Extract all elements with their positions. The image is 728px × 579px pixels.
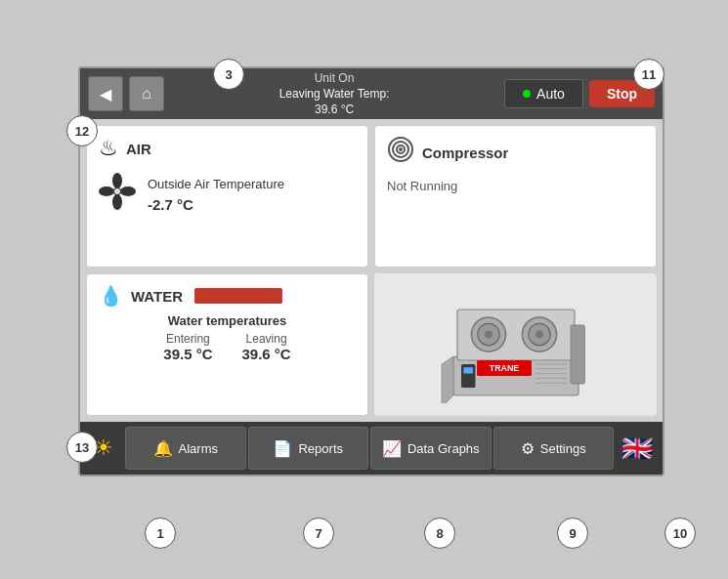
- callout-10: 10: [664, 517, 696, 549]
- content-area: ♨ AIR: [80, 119, 663, 422]
- leaving-value: 39.6 °C: [242, 346, 291, 362]
- status-dot: [523, 90, 531, 98]
- back-button[interactable]: ◀: [88, 76, 123, 111]
- top-bar: ◀ ⌂ Unit On Leaving Water Temp: 39.6 °C …: [80, 68, 663, 119]
- document-icon: 📄: [273, 439, 292, 458]
- auto-button[interactable]: Auto: [504, 79, 583, 108]
- leaving-temp-group: Leaving 39.6 °C: [242, 332, 291, 362]
- reports-tab[interactable]: 📄 Reports: [248, 427, 369, 470]
- app-wrapper: 1 3 7 8 9 10 11 12 13 ◀ ⌂ Unit On Leavin…: [0, 0, 728, 579]
- trane-unit-card: TRANE: [374, 273, 657, 416]
- alarms-tab[interactable]: 🔔 Alarms: [125, 427, 246, 470]
- outside-air-label: Outside Air Temperature: [148, 175, 284, 194]
- data-graphs-tab[interactable]: 📈 Data Graphs: [370, 427, 492, 470]
- callout-11: 11: [633, 59, 664, 90]
- entering-temp-group: Entering 39.5 °C: [163, 332, 212, 362]
- water-bar: [194, 288, 282, 304]
- callout-12: 12: [66, 115, 98, 146]
- outside-air-value: -2.7 °C: [148, 194, 284, 217]
- auto-label: Auto: [536, 86, 565, 102]
- compressor-card-title: Compressor: [422, 145, 508, 161]
- callout-13: 13: [66, 432, 98, 463]
- svg-text:TRANE: TRANE: [489, 363, 518, 373]
- settings-label: Settings: [540, 441, 586, 456]
- chart-icon: 📈: [382, 439, 402, 458]
- svg-point-15: [485, 331, 492, 339]
- air-card-body: Outside Air Temperature -2.7 °C: [99, 169, 356, 218]
- water-temps-label: Water temperatures: [99, 313, 356, 328]
- compressor-card-header: Compressor: [387, 136, 644, 169]
- air-temp-info: Outside Air Temperature -2.7 °C: [148, 175, 284, 216]
- svg-point-9: [399, 147, 403, 151]
- svg-point-18: [535, 331, 543, 339]
- svg-rect-22: [463, 367, 473, 373]
- compressor-icon: [387, 136, 414, 169]
- settings-tab[interactable]: ⚙ Settings: [493, 427, 615, 470]
- svg-point-5: [114, 188, 120, 194]
- gear-icon: ⚙: [521, 439, 535, 458]
- leaving-water-label: Leaving Water Temp:: [279, 87, 390, 101]
- callout-8: 8: [424, 517, 455, 549]
- callout-3: 3: [213, 59, 244, 90]
- trane-unit-svg: TRANE: [438, 286, 594, 403]
- reports-label: Reports: [298, 441, 343, 456]
- entering-label: Entering: [166, 332, 210, 346]
- air-card: ♨ AIR: [86, 125, 368, 268]
- leaving-label: Leaving: [246, 332, 287, 346]
- unit-status: Unit On: [315, 71, 355, 85]
- compressor-card: Compressor Not Running: [374, 125, 657, 268]
- water-drop-icon: 💧: [99, 284, 123, 308]
- bell-icon: 🔔: [153, 439, 173, 458]
- svg-rect-12: [571, 325, 584, 384]
- entering-value: 39.5 °C: [163, 346, 212, 362]
- language-flag-button[interactable]: 🇬🇧: [616, 427, 659, 470]
- heat-waves-icon: ♨: [99, 136, 118, 161]
- svg-marker-28: [442, 356, 453, 403]
- svg-point-4: [99, 186, 114, 196]
- callout-7: 7: [303, 517, 334, 549]
- main-panel: ◀ ⌂ Unit On Leaving Water Temp: 39.6 °C …: [78, 66, 664, 476]
- fan-icon: [99, 173, 136, 218]
- alarms-label: Alarms: [179, 441, 218, 456]
- callout-1: 1: [145, 517, 176, 549]
- air-card-title: AIR: [126, 141, 151, 157]
- bottom-nav-bar: ☀ 🔔 Alarms 📄 Reports 📈 Data Graphs ⚙ Set…: [80, 422, 663, 475]
- callout-9: 9: [557, 517, 588, 549]
- water-card-header: 💧 WATER: [99, 284, 356, 308]
- data-graphs-label: Data Graphs: [407, 441, 480, 456]
- water-temps-row: Entering 39.5 °C Leaving 39.6 °C: [99, 332, 356, 362]
- svg-point-1: [112, 173, 122, 188]
- water-card-title: WATER: [131, 288, 183, 305]
- svg-point-2: [120, 186, 136, 196]
- leaving-water-value: 39.6 °C: [315, 103, 354, 116]
- home-button[interactable]: ⌂: [129, 76, 164, 111]
- svg-point-3: [112, 194, 122, 210]
- air-card-header: ♨ AIR: [99, 136, 356, 161]
- water-card: 💧 WATER Water temperatures Entering 39.5…: [86, 273, 368, 416]
- compressor-status: Not Running: [387, 177, 644, 193]
